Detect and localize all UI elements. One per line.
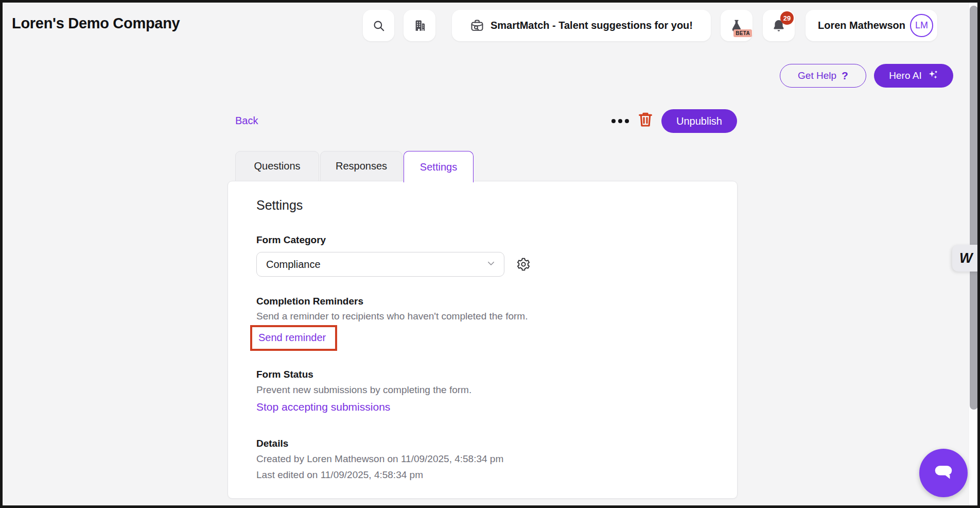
send-reminder-link[interactable]: Send reminder [258, 332, 326, 343]
notification-count-badge: 29 [780, 11, 794, 25]
tab-questions[interactable]: Questions [235, 151, 319, 181]
get-help-label: Get Help [798, 70, 836, 81]
search-icon [372, 19, 386, 32]
form-category-value: Compliance [266, 259, 321, 270]
form-category-select[interactable]: Compliance [256, 252, 504, 277]
side-widget-tab[interactable]: W [952, 245, 980, 272]
category-settings-button[interactable] [516, 257, 531, 272]
organisation-button[interactable] [404, 10, 435, 41]
unpublish-button[interactable]: Unpublish [661, 109, 737, 133]
labs-beta-button[interactable]: BETA [721, 10, 752, 41]
form-status-description: Prevent new submissions by completing th… [256, 384, 471, 396]
chevron-down-icon [486, 259, 496, 270]
settings-panel: Settings Form Category Compliance Comple… [227, 181, 738, 499]
sparkles-icon [927, 69, 938, 83]
get-help-button[interactable]: Get Help ? [780, 64, 866, 88]
chat-bubble-icon [930, 459, 957, 487]
tab-settings[interactable]: Settings [404, 151, 474, 182]
app-window: Loren's Demo Company [0, 0, 980, 508]
hero-ai-label: Hero AI [889, 70, 921, 81]
buildings-icon [413, 19, 427, 32]
form-status-label: Form Status [256, 369, 313, 380]
search-button[interactable] [363, 10, 394, 41]
question-mark-icon: ? [842, 70, 848, 82]
notifications-button[interactable]: 29 [763, 10, 795, 41]
details-label: Details [256, 438, 288, 449]
w-logo-icon: W [959, 250, 971, 266]
beta-badge: BETA [733, 29, 752, 37]
tab-responses[interactable]: Responses [320, 151, 402, 181]
smartmatch-label: SmartMatch - Talent suggestions for you! [491, 20, 693, 31]
user-name: Loren Mathewson [818, 20, 905, 31]
completion-reminders-description: Send a reminder to recipients who haven'… [256, 311, 528, 322]
briefcase-search-icon [470, 19, 484, 33]
details-last-edited-text: Last edited on 11/09/2025, 4:58:34 pm [256, 469, 423, 481]
annotation-highlight-box: Send reminder [250, 325, 337, 351]
smartmatch-banner-button[interactable]: SmartMatch - Talent suggestions for you! [452, 10, 711, 41]
stop-accepting-submissions-link[interactable]: Stop accepting submissions [256, 401, 390, 413]
details-created-text: Created by Loren Mathewson on 11/09/2025… [256, 453, 503, 465]
back-link[interactable]: Back [235, 115, 258, 127]
avatar: LM [910, 14, 933, 37]
more-options-button[interactable] [611, 119, 629, 123]
ellipsis-icon [611, 119, 616, 123]
completion-reminders-label: Completion Reminders [256, 296, 363, 307]
panel-heading: Settings [256, 198, 303, 213]
hero-ai-button[interactable]: Hero AI [874, 64, 953, 88]
delete-button[interactable] [637, 110, 654, 129]
user-menu-button[interactable]: Loren Mathewson LM [806, 10, 937, 41]
page-title: Loren's Demo Company [12, 15, 180, 32]
chat-launcher-button[interactable] [919, 449, 968, 497]
gear-icon [516, 264, 531, 273]
trash-icon [637, 122, 654, 130]
scrollbar-thumb[interactable] [970, 6, 978, 410]
form-category-label: Form Category [256, 234, 326, 246]
